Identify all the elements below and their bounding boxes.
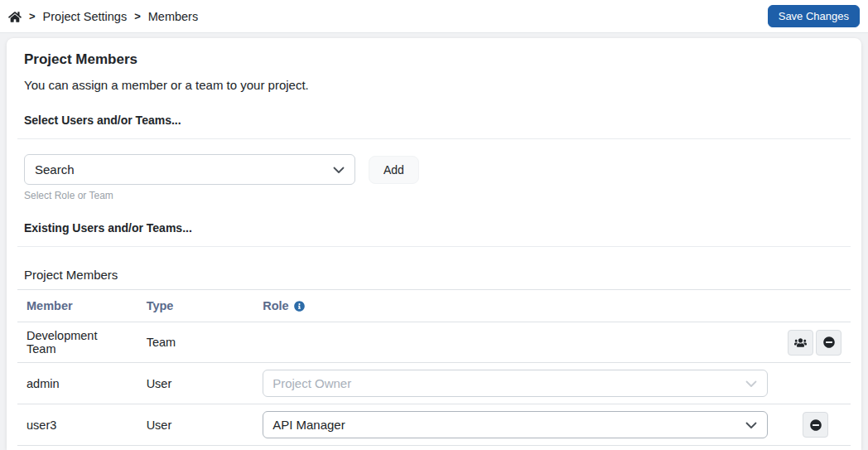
chevron-down-icon [332, 163, 345, 177]
select-users-teams-label: Select Users and/or Teams... [24, 114, 851, 127]
remove-member-button[interactable] [803, 412, 828, 438]
member-name: user3 [17, 404, 137, 446]
role-select-value: API Manager [272, 418, 345, 432]
column-header-role: Role [263, 299, 288, 312]
member-role-cell [253, 322, 777, 363]
existing-users-teams-label: Existing Users and/or Teams... [24, 221, 851, 235]
breadcrumb-members[interactable]: Members [148, 10, 198, 23]
role-info-icon[interactable] [294, 301, 305, 312]
save-changes-button[interactable]: Save Changes [768, 5, 860, 27]
column-header-actions [777, 290, 851, 322]
members-table: Member Type Role Development Team Team [17, 289, 851, 446]
member-name: Development Team [17, 322, 137, 363]
member-name: admin [17, 363, 137, 404]
table-row: admin User Project Owner [17, 363, 851, 404]
member-type: User [137, 404, 254, 446]
divider [17, 138, 851, 139]
search-users-teams-select[interactable]: Search [24, 154, 355, 185]
add-button[interactable]: Add [369, 156, 419, 184]
column-header-member: Member [17, 290, 137, 322]
search-helper-text: Select Role or Team [24, 190, 851, 201]
project-members-panel: Project Members You can assign a member … [7, 38, 861, 450]
remove-member-button[interactable] [816, 330, 841, 356]
member-type: User [137, 363, 254, 404]
team-members-button[interactable] [788, 330, 813, 356]
breadcrumb-separator: > [134, 10, 141, 22]
minus-circle-icon [810, 419, 822, 431]
divider [17, 246, 851, 247]
role-select-value: Project Owner [272, 376, 351, 390]
search-select-value: Search [35, 162, 75, 177]
members-table-caption: Project Members [24, 268, 851, 282]
page-subtitle: You can assign a member or a team to you… [24, 78, 851, 92]
page-title: Project Members [24, 51, 851, 68]
breadcrumb: > Project Settings > Members [8, 10, 198, 23]
table-row: user3 User API Manager [17, 404, 851, 446]
breadcrumb-project-settings[interactable]: Project Settings [43, 10, 128, 23]
role-select-disabled: Project Owner [263, 370, 768, 397]
role-select[interactable]: API Manager [263, 411, 768, 438]
table-header-row: Member Type Role [17, 290, 851, 322]
member-type: Team [137, 322, 254, 363]
chevron-down-icon [745, 419, 758, 432]
minus-circle-icon [823, 336, 835, 348]
column-header-type: Type [137, 290, 254, 322]
home-icon[interactable] [8, 11, 22, 23]
table-row: Development Team Team [17, 322, 851, 363]
top-bar: > Project Settings > Members Save Change… [0, 0, 868, 33]
chevron-down-icon [745, 377, 758, 390]
users-icon [794, 336, 807, 349]
breadcrumb-separator: > [29, 10, 36, 22]
